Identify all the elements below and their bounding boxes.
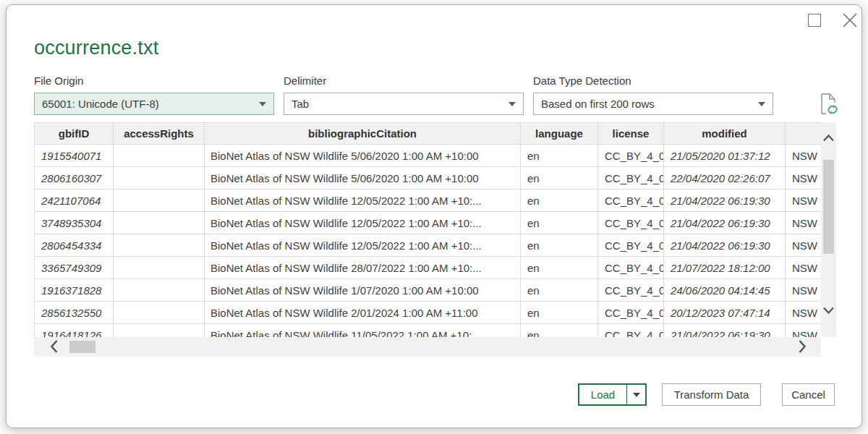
table-cell: 1915540071 (35, 145, 114, 167)
table-cell: 2806454334 (35, 234, 114, 257)
preview-table: gbifIDaccessRightsbibliographicCitationl… (34, 122, 836, 357)
transform-data-button[interactable]: Transform Data (662, 383, 761, 406)
load-options-button[interactable] (626, 385, 645, 404)
table-cell: 1916418126 (35, 324, 114, 338)
cancel-button[interactable]: Cancel (782, 383, 835, 406)
table-cell: en (521, 212, 598, 234)
preview-table-el: gbifIDaccessRightsbibliographicCitationl… (34, 122, 821, 337)
table-cell (114, 257, 205, 279)
vertical-scrollbar[interactable] (821, 122, 836, 337)
table-cell: 1916371828 (35, 279, 114, 302)
table-cell: en (521, 190, 598, 212)
column-header (786, 123, 822, 145)
table-cell: NSW (786, 302, 822, 324)
refresh-file-icon[interactable] (817, 92, 841, 116)
data-type-detection-label: Data Type Detection (533, 75, 631, 87)
chevron-down-icon (758, 102, 765, 106)
table-cell: BioNet Atlas of NSW Wildlife 5/06/2020 1… (205, 167, 521, 190)
table-row: 3748935304BioNet Atlas of NSW Wildlife 1… (35, 212, 822, 234)
table-cell: NSW (786, 234, 822, 257)
file-origin-label: File Origin (34, 75, 83, 87)
delimiter-label: Delimiter (284, 75, 326, 87)
preview-table-viewport: gbifIDaccessRightsbibliographicCitationl… (34, 122, 821, 337)
table-row: 2806160307BioNet Atlas of NSW Wildlife 5… (35, 167, 822, 190)
table-cell: NSW (786, 167, 822, 190)
table-cell (114, 190, 205, 212)
table-cell: 3748935304 (35, 212, 114, 234)
table-cell: en (521, 302, 598, 324)
table-cell: CC_BY_4_0 (598, 257, 664, 279)
table-cell: NSW (786, 279, 822, 302)
table-cell: en (521, 167, 598, 190)
table-cell (114, 234, 205, 257)
table-cell (114, 302, 205, 324)
column-header: language (521, 123, 598, 145)
table-cell: 20/12/2023 07:47:14 (664, 302, 786, 324)
chevron-right-icon[interactable] (798, 339, 807, 354)
table-cell: BioNet Atlas of NSW Wildlife 12/05/2022 … (205, 212, 521, 234)
table-cell: 2856132550 (35, 302, 114, 324)
table-cell (114, 324, 205, 338)
table-cell: CC_BY_4_0 (598, 212, 664, 234)
table-cell: 21/07/2022 18:12:00 (664, 257, 786, 279)
table-cell: 2806160307 (35, 167, 114, 190)
table-cell: 21/04/2022 06:19:30 (664, 324, 786, 338)
table-row: 1916418126BioNet Atlas of NSW Wildlife 1… (35, 324, 822, 338)
column-header: modified (664, 123, 786, 145)
load-button-label: Load (579, 388, 626, 401)
table-cell: NSW (786, 190, 822, 212)
table-cell: en (521, 257, 598, 279)
table-cell: NSW (786, 145, 822, 167)
table-cell: NSW (786, 324, 822, 338)
table-cell: BioNet Atlas of NSW Wildlife 11/05/2022 … (205, 324, 521, 338)
table-cell: CC_BY_4_0 (598, 190, 664, 212)
table-header-row: gbifIDaccessRightsbibliographicCitationl… (35, 123, 822, 145)
table-cell: BioNet Atlas of NSW Wildlife 12/05/2022 … (205, 234, 521, 257)
horizontal-scroll-thumb[interactable] (69, 341, 95, 353)
table-cell: NSW (786, 212, 822, 234)
table-cell: CC_BY_4_0 (598, 302, 664, 324)
horizontal-scrollbar[interactable] (34, 337, 821, 357)
table-cell: 3365749309 (35, 257, 114, 279)
table-cell: en (521, 234, 598, 257)
table-row: 1916371828BioNet Atlas of NSW Wildlife 1… (35, 279, 822, 302)
close-icon[interactable] (840, 10, 860, 30)
table-cell (114, 279, 205, 302)
table-cell: 21/04/2022 06:19:30 (664, 190, 786, 212)
table-cell (114, 167, 205, 190)
vertical-scroll-thumb[interactable] (823, 160, 834, 254)
chevron-down-icon (259, 102, 266, 106)
maximize-icon[interactable] (808, 14, 821, 27)
chevron-down-icon (509, 102, 516, 106)
table-cell: BioNet Atlas of NSW Wildlife 28/07/2022 … (205, 257, 521, 279)
column-header: bibliographicCitation (205, 123, 521, 145)
table-cell: CC_BY_4_0 (598, 279, 664, 302)
table-cell: 24/06/2020 04:14:45 (664, 279, 786, 302)
file-origin-value: 65001: Unicode (UTF-8) (42, 98, 159, 110)
table-cell: NSW (786, 257, 822, 279)
column-header: gbifID (35, 123, 114, 145)
chevron-up-icon[interactable] (822, 134, 835, 142)
data-type-detection-value: Based on first 200 rows (541, 98, 655, 110)
table-row: 2856132550BioNet Atlas of NSW Wildlife 2… (35, 302, 822, 324)
table-cell: 21/04/2022 06:19:30 (664, 212, 786, 234)
table-cell: en (521, 145, 598, 167)
import-dialog: occurrence.txt File Origin Delimiter Dat… (6, 4, 862, 428)
data-type-detection-select[interactable]: Based on first 200 rows (533, 93, 773, 115)
chevron-left-icon[interactable] (50, 339, 59, 354)
column-header: license (598, 123, 664, 145)
table-row: 2806454334BioNet Atlas of NSW Wildlife 1… (35, 234, 822, 257)
file-origin-select[interactable]: 65001: Unicode (UTF-8) (34, 93, 274, 115)
table-row: 1915540071BioNet Atlas of NSW Wildlife 5… (35, 145, 822, 167)
cancel-label: Cancel (791, 388, 825, 401)
table-cell: BioNet Atlas of NSW Wildlife 12/05/2022 … (205, 190, 521, 212)
chevron-down-icon[interactable] (822, 306, 835, 315)
table-cell: en (521, 324, 598, 338)
table-cell: CC_BY_4_0 (598, 145, 664, 167)
table-cell: 21/04/2022 06:19:30 (664, 234, 786, 257)
table-cell (114, 145, 205, 167)
table-row: 3365749309BioNet Atlas of NSW Wildlife 2… (35, 257, 822, 279)
load-button[interactable]: Load (578, 383, 647, 406)
delimiter-select[interactable]: Tab (284, 93, 524, 115)
table-cell: 2421107064 (35, 190, 114, 212)
